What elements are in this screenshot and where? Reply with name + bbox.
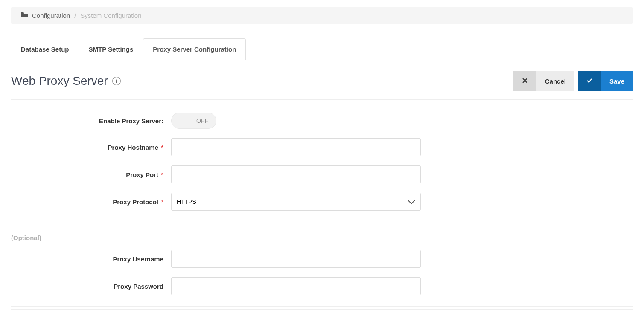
page-title-text: Web Proxy Server <box>11 74 108 88</box>
proxy-hostname-label: Proxy Hostname * <box>11 144 171 151</box>
breadcrumb: Configuration / System Configuration <box>11 7 633 24</box>
save-button[interactable]: Save <box>601 71 633 91</box>
tabs-container: Database Setup SMTP Settings Proxy Serve… <box>11 38 633 60</box>
breadcrumb-separator: / <box>74 12 76 19</box>
proxy-hostname-input[interactable] <box>171 138 421 156</box>
checkmark-icon <box>586 78 592 85</box>
tab-database-setup[interactable]: Database Setup <box>11 38 79 60</box>
proxy-password-label: Proxy Password <box>11 283 171 290</box>
form-section-optional: (Optional) Proxy Username Proxy Password <box>11 221 633 307</box>
proxy-username-label: Proxy Username <box>11 255 171 263</box>
info-icon[interactable]: i <box>112 77 121 85</box>
required-asterisk: * <box>159 198 163 206</box>
enable-proxy-label: Enable Proxy Server: <box>11 117 171 125</box>
proxy-password-input[interactable] <box>171 277 421 295</box>
toggle-state-label: OFF <box>196 117 208 124</box>
enable-proxy-toggle[interactable]: OFF <box>171 113 216 129</box>
breadcrumb-parent-link[interactable]: Configuration <box>32 12 70 19</box>
tab-proxy-server-configuration[interactable]: Proxy Server Configuration <box>143 38 246 60</box>
footer-text: © 2022 Globalsoft, Inc. All Rights Reser… <box>11 316 633 319</box>
required-asterisk: * <box>159 144 163 151</box>
cancel-button[interactable]: Cancel <box>536 71 574 91</box>
proxy-protocol-label: Proxy Protocol * <box>11 198 171 206</box>
bottom-divider <box>11 309 633 310</box>
cancel-icon-button[interactable] <box>513 71 536 91</box>
optional-header: (Optional) <box>11 234 633 241</box>
page-header: Web Proxy Server i Cancel Save <box>11 60 633 100</box>
folder-icon <box>21 12 28 19</box>
proxy-port-label: Proxy Port * <box>11 171 171 178</box>
required-asterisk: * <box>159 171 163 178</box>
header-buttons: Cancel Save <box>513 71 633 91</box>
save-icon-button[interactable] <box>578 71 601 91</box>
form-section-main: Enable Proxy Server: OFF Proxy Hostname … <box>11 100 633 221</box>
close-icon <box>522 77 527 85</box>
tab-smtp-settings[interactable]: SMTP Settings <box>79 38 143 60</box>
proxy-port-input[interactable] <box>171 165 421 183</box>
breadcrumb-current: System Configuration <box>80 12 141 19</box>
proxy-protocol-select[interactable]: HTTPS <box>171 193 421 211</box>
page-title: Web Proxy Server i <box>11 74 121 88</box>
proxy-username-input[interactable] <box>171 250 421 268</box>
